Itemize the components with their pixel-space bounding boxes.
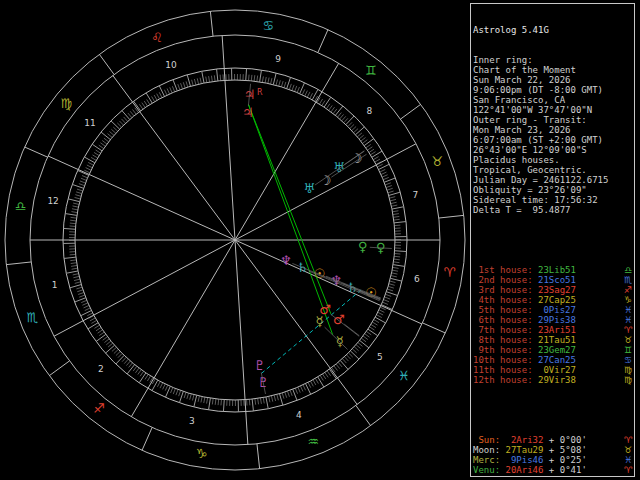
spacer — [576, 265, 624, 275]
capricorn-sign-icon: ♑ — [196, 446, 208, 461]
degree-tick — [181, 83, 183, 89]
chart-info-line: Sun March 22, 2026 — [473, 75, 632, 85]
house-number: 6 — [414, 274, 420, 284]
degree-tick — [159, 86, 164, 97]
degree-tick — [198, 396, 199, 402]
degree-tick — [73, 206, 79, 207]
degree-tick — [88, 162, 93, 165]
degree-tick — [88, 323, 98, 329]
degree-tick — [324, 97, 331, 107]
degree-tick — [215, 399, 216, 405]
degree-tick — [385, 294, 391, 296]
degree-tick — [382, 302, 388, 304]
degree-tick — [340, 360, 348, 369]
degree-tick — [212, 399, 213, 405]
pisces-sign-icon: ♓ — [398, 368, 410, 383]
degree-tick — [361, 338, 366, 342]
astrolog-screen: ☉☽☿♀♂♃♄♅♆♇☉☽☿♀♂♃♄♆♅♇R♈♉♊♋♌♍♎♏♐♑♒♓1234567… — [0, 0, 640, 480]
degree-tick — [70, 220, 76, 221]
degree-tick — [157, 381, 160, 386]
degree-tick — [90, 318, 95, 321]
degree-tick — [363, 336, 368, 340]
degree-tick — [300, 386, 302, 391]
retrograde-marker: R — [257, 88, 263, 97]
aquarius-sign-icon: ♒ — [307, 434, 319, 449]
degree-tick — [94, 152, 99, 155]
degree-tick — [281, 81, 283, 87]
degree-tick — [152, 96, 155, 101]
leo-sign-icon: ♌ — [151, 30, 163, 45]
house-cusp-value: 21Tau51 — [533, 335, 576, 345]
degree-tick — [282, 393, 284, 399]
degree-tick — [76, 287, 82, 289]
degree-tick — [170, 87, 172, 93]
chart-info-line: Inner ring: — [473, 55, 632, 65]
degree-tick — [194, 79, 195, 85]
house-cusp-value: 23Gem27 — [533, 345, 576, 355]
degree-tick — [346, 116, 354, 125]
house-number: 4 — [296, 410, 302, 420]
degree-tick — [183, 82, 185, 88]
spacer — [587, 475, 624, 477]
degree-tick — [335, 106, 343, 115]
degree-tick — [121, 119, 125, 123]
mars-glyph-icon: ♂ — [333, 312, 345, 327]
house-row: 7th house: 23Ari51♈ — [473, 325, 632, 335]
degree-tick — [184, 392, 186, 398]
degree-tick — [74, 279, 80, 280]
degree-tick — [167, 89, 169, 94]
degree-tick — [221, 399, 222, 405]
degree-tick — [147, 376, 150, 381]
degree-tick — [122, 110, 130, 119]
degree-tick — [354, 347, 358, 351]
degree-tick — [116, 351, 120, 355]
gemini-sign-icon: ♊ — [365, 63, 377, 78]
house-cusp-line — [131, 240, 235, 417]
planet-pointer-line — [315, 151, 364, 185]
degree-tick — [379, 310, 384, 313]
degree-tick — [277, 394, 279, 400]
house-cusp-value: 23Ari51 — [533, 325, 576, 335]
house-row: 12th house: 29Vir38♍ — [473, 375, 632, 385]
degree-tick — [370, 152, 375, 155]
degree-tick — [369, 327, 374, 330]
zodiac-sign-icon: ♈ — [624, 435, 632, 445]
degree-tick — [124, 359, 128, 363]
degree-tick — [391, 205, 397, 206]
degree-tick — [361, 137, 366, 141]
planet-position-value: 20Ari46 — [500, 465, 543, 475]
sign-boundary-line — [401, 104, 421, 119]
degree-tick — [290, 390, 292, 396]
degree-tick — [96, 334, 106, 341]
house-row: 3rd house: 23Sag27♐ — [473, 285, 632, 295]
degree-tick — [130, 111, 134, 116]
mercury-glyph-icon: ☿ — [336, 334, 344, 349]
degree-tick — [295, 388, 297, 394]
house-number: 12 — [47, 196, 58, 206]
zodiac-sign-icon: ♉ — [624, 335, 632, 345]
planet-latitude-value: + 0°41' — [543, 465, 586, 475]
degree-tick — [106, 341, 111, 345]
degree-tick — [387, 188, 393, 190]
degree-tick — [394, 222, 406, 223]
aspect-line-trine-jupiter-mercury — [249, 105, 333, 335]
degree-tick — [78, 292, 84, 294]
t-venus-glyph-icon: ♀ — [358, 239, 368, 254]
degree-tick — [393, 267, 399, 268]
planet-label: Mars: — [473, 475, 500, 477]
degree-tick — [94, 325, 99, 328]
degree-tick — [96, 327, 101, 330]
degree-tick — [387, 289, 393, 291]
house-row: 4th house: 27Cap25♑ — [473, 295, 632, 305]
chart-info: Inner ring:Chart of the MomentSun March … — [473, 55, 632, 215]
degree-tick — [327, 371, 330, 376]
degree-tick — [187, 393, 189, 399]
chart-info-line: Mon March 23, 2026 — [473, 125, 632, 135]
degree-tick — [356, 345, 361, 349]
degree-tick — [202, 71, 204, 83]
degree-tick — [393, 265, 405, 267]
degree-tick — [382, 175, 388, 177]
degree-tick — [381, 172, 386, 174]
aspect-line-sextile-pluto-sun — [261, 289, 361, 373]
degree-tick — [128, 113, 132, 118]
